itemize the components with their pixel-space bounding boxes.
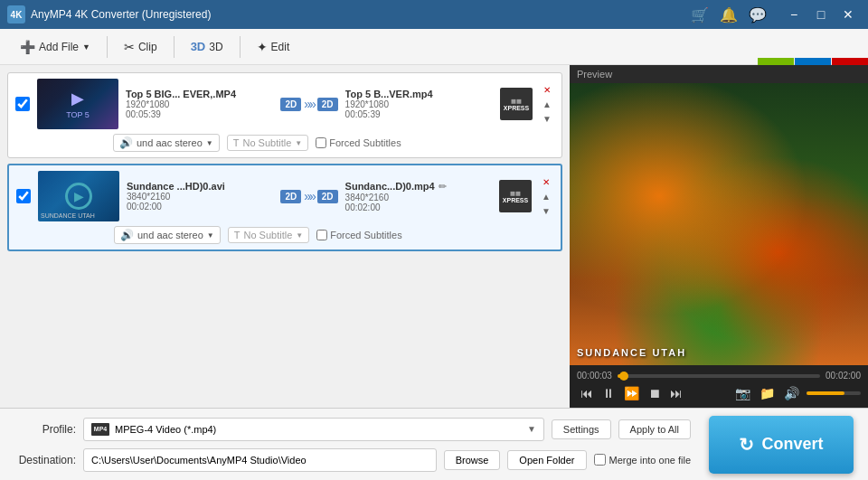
dropdown-arrow-icon: ▼ (82, 42, 90, 52)
file-1-output-info: Top 5 B...VER.mp4 1920*1080 00:05:39 (345, 89, 493, 119)
file-2-subtitle-select[interactable]: T No Subtitle ▼ (228, 227, 309, 243)
edit-button[interactable]: ✦ Edit (248, 36, 299, 58)
toolbar: ➕ Add File ▼ ✂ Clip 3D 3D ✦ Edit ▶ NVIDI… (0, 29, 868, 65)
profile-value: MPEG-4 Video (*.mp4) (115, 424, 216, 435)
file-2-format-icon[interactable]: ▦▦ XPRESS (499, 180, 532, 212)
file-item-2-top: ▶ SUNDANCE UTAH Sundance ...HD)0.avi 384… (16, 171, 553, 221)
total-time: 00:02:00 (826, 371, 861, 381)
profile-format-icon: MP4 (91, 423, 109, 436)
add-file-icon: ➕ (20, 40, 35, 54)
file-2-output-res: 3840*2160 (345, 193, 492, 202)
dropdown-icon-2: ▼ (207, 231, 214, 240)
volume-track[interactable] (807, 391, 861, 395)
close-button[interactable]: ✕ (835, 2, 861, 27)
file-1-checkbox[interactable] (15, 97, 30, 111)
cart-icon[interactable]: 🛒 (691, 6, 709, 24)
file-1-format-icon[interactable]: ▦▦ XPRESS (500, 88, 533, 120)
minimize-button[interactable]: − (781, 2, 807, 27)
merge-checkbox[interactable] (594, 454, 606, 466)
clip-button[interactable]: ✂ Clip (115, 36, 166, 58)
screenshot-button[interactable]: 📷 (731, 384, 754, 402)
preview-watermark: SUNDANCE UTAH (577, 347, 686, 358)
threed-button[interactable]: 3D 3D (182, 36, 232, 57)
destination-input[interactable] (83, 448, 437, 472)
file-2-input-res: 3840*2160 (127, 192, 273, 202)
file-1-up-button[interactable]: ▲ (540, 98, 554, 110)
app-icon: 4K (7, 5, 25, 24)
profile-label: Profile: (14, 423, 76, 436)
file-2-down-button[interactable]: ▼ (539, 204, 553, 217)
browse-button[interactable]: Browse (444, 450, 501, 470)
file-2-up-button[interactable]: ▲ (539, 190, 553, 202)
merge-label[interactable]: Merge into one file (594, 454, 692, 466)
file-1-thumbnail: ▶ TOP 5 (37, 79, 118, 129)
file-2-audio-select[interactable]: 🔊 und aac stereo ▼ (114, 226, 221, 244)
file-1-forced-sub-checkbox[interactable] (316, 137, 326, 148)
convert-button[interactable]: ↻ Convert (709, 416, 854, 474)
file-2-delete-button[interactable]: ✕ (539, 175, 553, 188)
file-1-output-format: 2D (317, 98, 338, 111)
speaker-icon-2: 🔊 (120, 229, 134, 241)
file-2-input-format: 2D (280, 190, 301, 203)
file-1-input-dur: 00:05:39 (126, 109, 273, 119)
progress-track[interactable] (618, 374, 820, 378)
play-pause-button[interactable]: ⏸ (599, 384, 618, 402)
dropdown-icon: ▼ (206, 139, 213, 147)
open-folder-button[interactable]: Open Folder (507, 450, 586, 470)
file-2-output-name: Sundanc...D)0.mp4 (345, 181, 435, 192)
folder-button[interactable]: 📁 (756, 384, 778, 402)
file-1-audio-select[interactable]: 🔊 und aac stereo ▼ (113, 134, 220, 152)
destination-row: Destination: Browse Open Folder Merge in… (14, 448, 691, 472)
destination-label: Destination: (14, 454, 76, 466)
file-1-actions: ✕ ▲ ▼ (540, 83, 554, 125)
preview-image: SUNDANCE UTAH (570, 83, 868, 365)
volume-area: 🔊 (780, 384, 861, 402)
file-2-bottom: 🔊 und aac stereo ▼ T No Subtitle ▼ Force… (114, 226, 553, 244)
preview-controls: 00:00:03 00:02:00 ⏮ ⏸ ⏩ ⏹ ⏭ 📷 📁 🔊 (570, 365, 868, 408)
file-1-subtitle-select[interactable]: T No Subtitle ▼ (227, 135, 308, 151)
fast-forward-button[interactable]: ⏩ (620, 384, 643, 402)
convert-label: Convert (761, 435, 823, 454)
file-1-forced-subtitle: Forced Subtitles (316, 137, 401, 148)
edit-output-name-icon[interactable]: ✏ (439, 181, 447, 193)
skip-back-button[interactable]: ⏮ (577, 384, 597, 402)
chat-icon[interactable]: 💬 (749, 6, 767, 24)
bell-icon[interactable]: 🔔 (720, 6, 738, 24)
file-list: ▶ TOP 5 Top 5 BIG... EVER,.MP4 1920*1080… (0, 65, 570, 408)
add-file-button[interactable]: ➕ Add File ▼ (11, 36, 99, 58)
subtitle-dropdown-icon: ▼ (295, 139, 302, 147)
skip-forward-button[interactable]: ⏭ (666, 384, 686, 402)
file-1-input-res: 1920*1080 (126, 99, 273, 109)
text-icon: T (233, 137, 240, 148)
maximize-button[interactable]: □ (808, 2, 834, 27)
bottom-form: Profile: MP4 MPEG-4 Video (*.mp4) ▼ Sett… (14, 418, 691, 472)
stop-button[interactable]: ⏹ (645, 384, 665, 402)
file-2-checkbox[interactable] (16, 189, 31, 203)
file-2-output-dur: 00:02:00 (345, 202, 492, 212)
clip-icon: ✂ (124, 40, 135, 54)
file-2-conversion-arrow: 2D »» 2D (280, 189, 337, 203)
file-2-input-dur: 00:02:00 (127, 202, 273, 212)
threed-label: 3D (191, 40, 206, 53)
file-2-forced-subtitle: Forced Subtitles (316, 230, 401, 240)
file-1-conversion-arrow: 2D »» 2D (280, 97, 337, 111)
edit-icon: ✦ (257, 40, 268, 54)
file-1-output-res: 1920*1080 (345, 99, 493, 109)
toolbar-separator-2 (174, 36, 175, 58)
preview-panel: Preview SUNDANCE UTAH 00:00:03 00:02:00 … (570, 65, 868, 408)
file-1-output-name: Top 5 B...VER.mp4 (345, 89, 433, 99)
file-2-output-info: Sundanc...D)0.mp4 ✏ 3840*2160 00:02:00 (345, 181, 492, 212)
toolbar-separator (107, 36, 108, 58)
file-1-delete-button[interactable]: ✕ (540, 83, 554, 96)
profile-select[interactable]: MP4 MPEG-4 Video (*.mp4) ▼ (83, 418, 544, 441)
toolbar-separator-3 (240, 36, 241, 58)
settings-button[interactable]: Settings (552, 419, 611, 439)
file-item-1-top: ▶ TOP 5 Top 5 BIG... EVER,.MP4 1920*1080… (15, 79, 554, 129)
file-item-2: ▶ SUNDANCE UTAH Sundance ...HD)0.avi 384… (7, 164, 562, 251)
volume-icon[interactable]: 🔊 (780, 384, 803, 402)
file-2-forced-sub-checkbox[interactable] (316, 230, 327, 240)
apply-to-all-button[interactable]: Apply to All (618, 419, 691, 439)
convert-arrows-icon-2: »» (304, 189, 315, 203)
progress-thumb (619, 372, 628, 381)
file-1-down-button[interactable]: ▼ (540, 112, 554, 125)
